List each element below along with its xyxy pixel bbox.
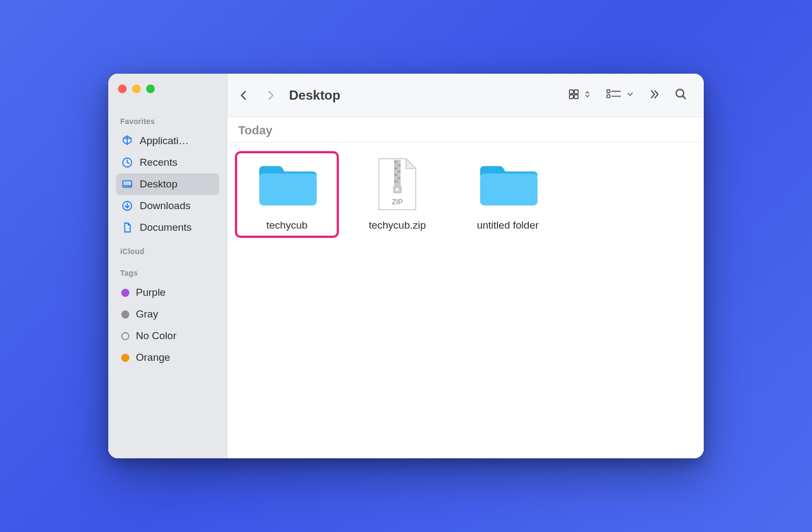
file-item-label: techycub.zip (369, 219, 426, 231)
toolbar: Desktop (227, 74, 704, 117)
tag-dot-icon (121, 310, 129, 319)
svg-rect-13 (259, 173, 317, 205)
sidebar-item-applications[interactable]: Applicati… (116, 130, 219, 152)
sidebar-item-label: Purple (136, 287, 214, 299)
sidebar-tag-orange[interactable]: Orange (116, 347, 219, 368)
svg-rect-3 (569, 90, 573, 94)
sidebar-item-recents[interactable]: Recents (116, 152, 219, 173)
svg-text:ZIP: ZIP (392, 198, 403, 206)
sidebar-item-label: Gray (136, 308, 214, 320)
tag-dot-icon (121, 354, 129, 362)
svg-rect-25 (480, 173, 538, 205)
svg-rect-6 (574, 95, 578, 99)
file-item-label: untitled folder (477, 219, 539, 231)
svg-rect-4 (574, 90, 578, 94)
svg-rect-5 (569, 95, 573, 99)
svg-rect-7 (607, 89, 610, 93)
sidebar-tag-no-color[interactable]: No Color (116, 325, 219, 347)
forward-button[interactable] (259, 83, 283, 107)
file-item-label: techycub (266, 219, 307, 231)
sidebar-item-label: Documents (140, 222, 214, 233)
chevron-down-icon (626, 90, 634, 101)
folder-icon (254, 158, 319, 212)
svg-rect-9 (607, 94, 610, 98)
sidebar-section-tags: Tags (120, 269, 219, 277)
zip-file-icon: ZIP (365, 158, 430, 212)
grid-icon (567, 88, 580, 103)
window-controls (116, 85, 219, 93)
svg-rect-21 (394, 180, 397, 183)
svg-rect-19 (394, 174, 397, 176)
group-by-button[interactable] (600, 83, 640, 107)
finder-window: Favorites Applicati… Recents (108, 74, 704, 458)
window-title: Desktop (289, 88, 340, 103)
tag-dot-icon (121, 332, 129, 340)
sidebar-section-icloud: iCloud (120, 247, 219, 256)
close-window-button[interactable] (118, 85, 127, 93)
sidebar-tag-gray[interactable]: Gray (116, 303, 219, 325)
back-button[interactable] (232, 83, 256, 107)
file-item-folder[interactable]: untitled folder (457, 152, 559, 237)
applications-icon (121, 135, 133, 147)
grouping-icon (605, 88, 623, 102)
file-grid: techycub ZIP techycub.zip (227, 142, 704, 458)
minimize-window-button[interactable] (132, 85, 141, 93)
sidebar-section-favorites: Favorites (120, 117, 219, 126)
svg-rect-16 (397, 164, 401, 166)
tag-dot-icon (121, 289, 129, 297)
search-button[interactable] (669, 83, 693, 107)
chevron-double-right-icon (649, 88, 660, 102)
sidebar-item-desktop[interactable]: Desktop (116, 173, 219, 195)
svg-rect-18 (397, 171, 401, 173)
sidebar-item-label: Orange (136, 352, 214, 364)
svg-rect-15 (394, 161, 397, 163)
toolbar-overflow-button[interactable] (643, 83, 666, 107)
svg-rect-23 (396, 188, 399, 191)
svg-line-12 (683, 96, 685, 99)
sidebar-item-label: Downloads (140, 200, 214, 212)
desktop-icon (121, 178, 133, 190)
sidebar-item-downloads[interactable]: Downloads (116, 195, 219, 217)
zoom-window-button[interactable] (146, 85, 155, 93)
sidebar-item-label: No Color (136, 330, 214, 342)
group-header-today: Today (227, 117, 704, 142)
sidebar-item-documents[interactable]: Documents (116, 217, 219, 238)
file-item-folder[interactable]: techycub (236, 152, 338, 237)
recents-icon (121, 157, 133, 168)
sidebar-item-label: Desktop (140, 178, 214, 190)
documents-icon (121, 222, 133, 233)
main-pane: Desktop (227, 74, 704, 458)
file-item-zip[interactable]: ZIP techycub.zip (346, 152, 448, 237)
chevron-updown-icon (584, 89, 591, 102)
svg-rect-14 (394, 160, 401, 187)
svg-rect-17 (394, 167, 397, 170)
folder-icon (475, 158, 540, 212)
downloads-icon (121, 200, 133, 212)
sidebar-item-label: Recents (140, 157, 214, 168)
view-mode-button[interactable] (562, 83, 597, 107)
svg-rect-1 (123, 181, 132, 187)
svg-rect-20 (397, 177, 401, 179)
sidebar: Favorites Applicati… Recents (108, 74, 227, 458)
search-icon (675, 88, 687, 103)
sidebar-tag-purple[interactable]: Purple (116, 282, 219, 303)
sidebar-item-label: Applicati… (140, 135, 214, 147)
